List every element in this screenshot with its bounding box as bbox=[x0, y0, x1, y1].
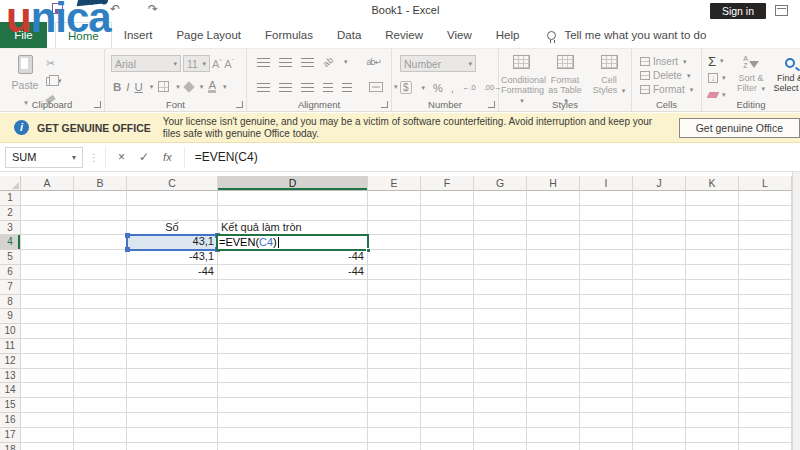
cell-L16[interactable] bbox=[739, 413, 792, 428]
cell-I11[interactable] bbox=[580, 339, 633, 354]
cell-E5[interactable] bbox=[368, 250, 421, 265]
cell-I1[interactable] bbox=[580, 191, 633, 206]
decrease-indent-icon[interactable] bbox=[323, 83, 333, 92]
cell-J6[interactable] bbox=[633, 265, 686, 280]
decrease-font-size-button[interactable]: Aˇ bbox=[224, 58, 233, 70]
cell-A11[interactable] bbox=[21, 339, 74, 354]
column-header-K[interactable]: K bbox=[686, 176, 739, 191]
bold-button[interactable]: B bbox=[113, 81, 121, 93]
cell-I14[interactable] bbox=[580, 383, 633, 398]
cell-H9[interactable] bbox=[527, 309, 580, 324]
column-header-D[interactable]: D bbox=[218, 176, 368, 191]
align-left-icon[interactable] bbox=[257, 83, 270, 92]
row-header-3[interactable]: 3 bbox=[0, 221, 21, 236]
cell-E10[interactable] bbox=[368, 324, 421, 339]
cell-L14[interactable] bbox=[739, 383, 792, 398]
cell-H17[interactable] bbox=[527, 428, 580, 443]
cell-K3[interactable] bbox=[686, 221, 739, 236]
cell-G8[interactable] bbox=[474, 295, 527, 310]
cell-L12[interactable] bbox=[739, 354, 792, 369]
delete-cells-button[interactable]: Delete▾ bbox=[640, 70, 701, 81]
cell-D10[interactable] bbox=[218, 324, 368, 339]
cell-H8[interactable] bbox=[527, 295, 580, 310]
cell-E3[interactable] bbox=[368, 221, 421, 236]
column-header-J[interactable]: J bbox=[633, 176, 686, 191]
cell-D8[interactable] bbox=[218, 295, 368, 310]
tab-review[interactable]: Review bbox=[373, 22, 435, 48]
cell-K5[interactable] bbox=[686, 250, 739, 265]
increase-font-size-button[interactable]: A^ bbox=[212, 58, 222, 70]
cell-F10[interactable] bbox=[421, 324, 474, 339]
column-header-I[interactable]: I bbox=[580, 176, 633, 191]
font-name-select[interactable]: Arial▾ bbox=[111, 55, 181, 72]
cell-A15[interactable] bbox=[21, 398, 74, 413]
row-header-18[interactable]: 18 bbox=[0, 443, 21, 450]
cell-F1[interactable] bbox=[421, 191, 474, 206]
cell-E13[interactable] bbox=[368, 369, 421, 384]
cell-B2[interactable] bbox=[74, 206, 127, 221]
cell-H18[interactable] bbox=[527, 443, 580, 450]
cell-F12[interactable] bbox=[421, 354, 474, 369]
cell-F5[interactable] bbox=[421, 250, 474, 265]
cell-K14[interactable] bbox=[686, 383, 739, 398]
cell-B15[interactable] bbox=[74, 398, 127, 413]
cell-C9[interactable] bbox=[127, 309, 218, 324]
cell-H15[interactable] bbox=[527, 398, 580, 413]
cell-K17[interactable] bbox=[686, 428, 739, 443]
cell-J15[interactable] bbox=[633, 398, 686, 413]
cell-I7[interactable] bbox=[580, 280, 633, 295]
column-header-B[interactable]: B bbox=[74, 176, 127, 191]
cell-H10[interactable] bbox=[527, 324, 580, 339]
tell-me-box[interactable]: Tell me what you want to do bbox=[547, 22, 706, 48]
tab-help[interactable]: Help bbox=[484, 22, 532, 48]
cell-K6[interactable] bbox=[686, 265, 739, 280]
cell-J10[interactable] bbox=[633, 324, 686, 339]
cell-G15[interactable] bbox=[474, 398, 527, 413]
cell-H4[interactable] bbox=[527, 235, 580, 250]
cell-A17[interactable] bbox=[21, 428, 74, 443]
orientation-icon[interactable]: ab bbox=[321, 55, 335, 69]
cell-B1[interactable] bbox=[74, 191, 127, 206]
comma-style-icon[interactable]: , bbox=[451, 82, 454, 94]
cell-I17[interactable] bbox=[580, 428, 633, 443]
font-size-select[interactable]: 11▾ bbox=[183, 55, 210, 72]
row-header-14[interactable]: 14 bbox=[0, 383, 21, 398]
cell-B12[interactable] bbox=[74, 354, 127, 369]
cell-I3[interactable] bbox=[580, 221, 633, 236]
cell-I10[interactable] bbox=[580, 324, 633, 339]
row-header-5[interactable]: 5 bbox=[0, 250, 21, 265]
cell-H6[interactable] bbox=[527, 265, 580, 280]
cell-D1[interactable] bbox=[218, 191, 368, 206]
cell-C14[interactable] bbox=[127, 383, 218, 398]
cell-C1[interactable] bbox=[127, 191, 218, 206]
tab-view[interactable]: View bbox=[435, 22, 484, 48]
enter-icon[interactable]: ✓ bbox=[139, 150, 149, 164]
cell-J1[interactable] bbox=[633, 191, 686, 206]
cell-A14[interactable] bbox=[21, 383, 74, 398]
cell-I12[interactable] bbox=[580, 354, 633, 369]
cell-C15[interactable] bbox=[127, 398, 218, 413]
cell-G2[interactable] bbox=[474, 206, 527, 221]
cell-D11[interactable] bbox=[218, 339, 368, 354]
font-color-button[interactable]: A bbox=[208, 80, 216, 93]
name-box[interactable]: SUM ▾ bbox=[5, 147, 83, 168]
cell-J7[interactable] bbox=[633, 280, 686, 295]
column-header-H[interactable]: H bbox=[527, 176, 580, 191]
cell-E17[interactable] bbox=[368, 428, 421, 443]
cell-J14[interactable] bbox=[633, 383, 686, 398]
insert-cells-button[interactable]: Insert▾ bbox=[640, 56, 701, 67]
cell-J9[interactable] bbox=[633, 309, 686, 324]
cell-L9[interactable] bbox=[739, 309, 792, 324]
cell-H7[interactable] bbox=[527, 280, 580, 295]
column-header-G[interactable]: G bbox=[474, 176, 527, 191]
cell-A13[interactable] bbox=[21, 369, 74, 384]
font-dialog-launcher-icon[interactable] bbox=[236, 101, 243, 108]
cell-D17[interactable] bbox=[218, 428, 368, 443]
find-select-button[interactable]: Find & Select ▾ bbox=[770, 54, 800, 94]
cell-L18[interactable] bbox=[739, 443, 792, 450]
cell-A1[interactable] bbox=[21, 191, 74, 206]
cell-G9[interactable] bbox=[474, 309, 527, 324]
cell-E7[interactable] bbox=[368, 280, 421, 295]
row-header-10[interactable]: 10 bbox=[0, 324, 21, 339]
cell-G1[interactable] bbox=[474, 191, 527, 206]
